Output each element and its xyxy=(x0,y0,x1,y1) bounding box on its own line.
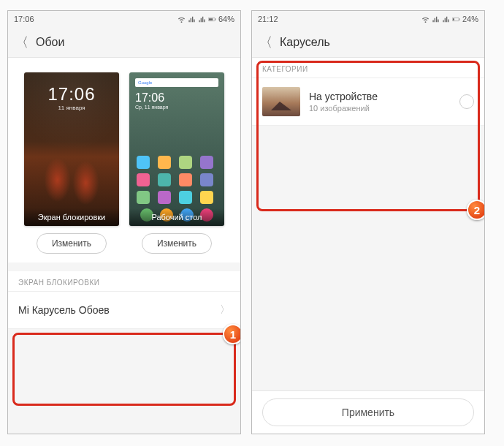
lock-thumbnail-label: Экран блокировки xyxy=(24,208,119,226)
battery-percent: 24% xyxy=(462,15,478,23)
header: 〈 Обои xyxy=(8,27,240,58)
annotation-badge-2: 2 xyxy=(467,200,485,220)
wallpaper-previews: 17:06 11 января Экран блокировки Изменит… xyxy=(8,58,240,262)
status-icons: 64% xyxy=(177,15,234,23)
lock-screen-thumbnail[interactable]: 17:06 11 января Экран блокировки xyxy=(24,72,119,226)
body: 17:06 11 января Экран блокировки Изменит… xyxy=(8,58,240,434)
search-widget: Google xyxy=(135,78,218,87)
phone-left: 17:06 64% 〈 Обои 17:06 11 января Экран б… xyxy=(7,10,241,434)
svg-rect-2 xyxy=(209,18,213,20)
signal-icon xyxy=(432,15,440,23)
status-time: 21:12 xyxy=(258,15,278,23)
home-clock: 17:06 xyxy=(135,91,164,105)
home-thumbnail-label: Рабочий стол xyxy=(129,208,224,226)
mi-carousel-row[interactable]: Mi Карусель Обоев 〉 xyxy=(8,292,240,329)
section-header: ЭКРАН БЛОКИРОВКИ xyxy=(8,271,240,292)
signal-icon xyxy=(188,15,196,23)
section-header: КАТЕГОРИИ xyxy=(252,58,484,78)
body: КАТЕГОРИИ На устройстве 10 изображений П… xyxy=(252,58,484,434)
phone-right: 21:12 24% 〈 Карусель КАТЕГОРИИ На устрой… xyxy=(251,10,485,434)
chevron-right-icon: 〉 xyxy=(220,303,230,317)
app-icon-grid xyxy=(137,156,217,204)
page-title: Карусель xyxy=(280,36,330,49)
status-bar: 21:12 24% xyxy=(252,11,484,27)
back-icon[interactable]: 〈 xyxy=(259,34,272,51)
wifi-icon xyxy=(177,15,186,23)
row-label: Mi Карусель Обоев xyxy=(18,304,110,316)
category-title: На устройстве xyxy=(309,91,378,102)
signal-icon xyxy=(442,15,450,23)
category-thumbnail xyxy=(262,87,300,116)
radio-unchecked-icon[interactable] xyxy=(459,94,474,109)
home-preview-column: Google 17:06 Ср, 11 января Рабочий xyxy=(129,72,224,254)
header: 〈 Карусель xyxy=(252,27,484,58)
back-icon[interactable]: 〈 xyxy=(15,34,28,51)
change-lock-button[interactable]: Изменить xyxy=(37,233,107,254)
lock-preview-column: 17:06 11 января Экран блокировки Изменит… xyxy=(24,72,119,254)
category-text: На устройстве 10 изображений xyxy=(309,91,378,113)
lock-clock: 17:06 xyxy=(24,84,119,105)
wifi-icon xyxy=(421,15,429,23)
svg-rect-5 xyxy=(453,18,454,20)
svg-rect-1 xyxy=(215,18,215,20)
annotation-badge-1: 1 xyxy=(223,324,241,344)
home-screen-thumbnail[interactable]: Google 17:06 Ср, 11 января Рабочий xyxy=(129,72,224,226)
battery-percent: 64% xyxy=(218,15,234,23)
change-home-button[interactable]: Изменить xyxy=(142,233,212,254)
status-time: 17:06 xyxy=(14,15,34,23)
category-on-device[interactable]: На устройстве 10 изображений xyxy=(252,78,484,126)
category-subtitle: 10 изображений xyxy=(309,104,378,113)
battery-icon xyxy=(208,15,216,23)
lock-screen-section: ЭКРАН БЛОКИРОВКИ Mi Карусель Обоев 〉 xyxy=(8,271,240,329)
home-date: Ср, 11 января xyxy=(135,105,168,110)
status-icons: 24% xyxy=(421,15,478,23)
signal-icon xyxy=(198,15,206,23)
apply-bar: Применить xyxy=(252,390,484,434)
categories-section: КАТЕГОРИИ На устройстве 10 изображений xyxy=(252,58,484,126)
highlight-box-1 xyxy=(12,333,236,406)
apply-button[interactable]: Применить xyxy=(262,398,474,426)
svg-rect-4 xyxy=(459,18,459,20)
status-bar: 17:06 64% xyxy=(8,11,240,27)
page-title: Обои xyxy=(36,36,64,49)
lock-date: 11 января xyxy=(24,105,119,111)
battery-icon xyxy=(452,15,460,23)
